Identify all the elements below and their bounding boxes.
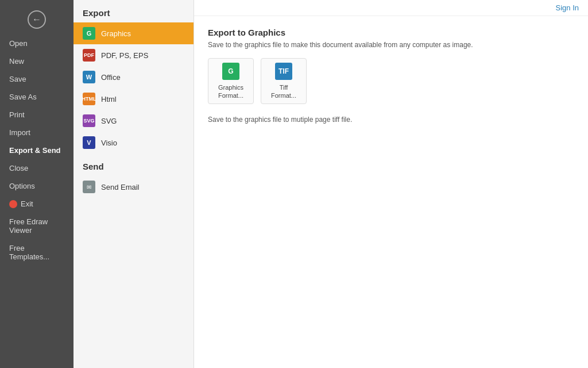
send-email-icon: ✉ bbox=[83, 181, 95, 193]
pdf-icon: PDF bbox=[83, 49, 95, 62]
send-section-title: Send bbox=[74, 154, 194, 176]
sidebar-item-label: Save bbox=[9, 75, 26, 83]
main-content: Sign In Export to Graphics Save to the g… bbox=[194, 0, 588, 368]
sidebar-item-label: Export & Send bbox=[9, 146, 61, 155]
sidebar-item-export-send[interactable]: Export & Send bbox=[0, 141, 74, 159]
sign-in-link[interactable]: Sign In bbox=[556, 3, 579, 12]
html-icon: HTML bbox=[83, 93, 95, 105]
content-title: Export to Graphics bbox=[208, 28, 574, 37]
tiff-format-label: Tiff Format... bbox=[271, 83, 296, 100]
sidebar-item-open[interactable]: Open bbox=[0, 34, 74, 52]
graphics-label: Graphics bbox=[101, 29, 131, 38]
export-panel: Export GGraphicsPDFPDF, PS, EPSWOfficeHT… bbox=[74, 0, 194, 368]
sidebar-item-label: Open bbox=[9, 39, 28, 48]
sidebar-item-free-templates[interactable]: Free Templates... bbox=[0, 239, 74, 266]
exit-icon bbox=[9, 200, 17, 208]
sidebar-item-label: Free Edraw Viewer bbox=[9, 217, 48, 235]
export-section-title: Export bbox=[74, 0, 194, 22]
sidebar-item-save-as[interactable]: Save As bbox=[0, 88, 74, 106]
export-item-office[interactable]: WOffice bbox=[74, 66, 194, 88]
sidebar-item-new[interactable]: New bbox=[0, 52, 74, 70]
sidebar-item-close[interactable]: Close bbox=[0, 159, 74, 177]
sidebar-item-label: Free Templates... bbox=[9, 244, 49, 261]
sidebar: ← OpenNewSaveSave AsPrintImportExport & … bbox=[0, 0, 74, 368]
sidebar-item-label: New bbox=[9, 57, 24, 66]
sidebar-item-free-edraw[interactable]: Free Edraw Viewer bbox=[0, 213, 74, 239]
format-card-graphics-format[interactable]: GGraphics Format... bbox=[208, 58, 254, 104]
content-desc2: Save to the graphics file to mutiple pag… bbox=[208, 116, 574, 124]
sidebar-item-label: Options bbox=[9, 182, 35, 190]
sidebar-item-save[interactable]: Save bbox=[0, 70, 74, 88]
export-item-graphics[interactable]: GGraphics bbox=[74, 22, 194, 44]
export-item-visio[interactable]: VVisio bbox=[74, 132, 194, 154]
send-email-label: Send Email bbox=[101, 183, 139, 191]
sidebar-item-print[interactable]: Print bbox=[0, 106, 74, 124]
sidebar-item-label: Import bbox=[9, 128, 30, 137]
sidebar-item-import[interactable]: Import bbox=[0, 124, 74, 141]
content-desc1: Save to the graphics file to make this d… bbox=[208, 41, 574, 49]
tiff-format-icon: TIF bbox=[275, 63, 292, 80]
sidebar-item-label: Print bbox=[9, 110, 25, 119]
svg-icon: SVG bbox=[83, 114, 95, 127]
send-item-send-email[interactable]: ✉Send Email bbox=[74, 176, 194, 198]
format-cards: GGraphics Format...TIFTiff Format... bbox=[208, 58, 574, 104]
export-item-html[interactable]: HTMLHtml bbox=[74, 88, 194, 110]
content-body: Export to Graphics Save to the graphics … bbox=[194, 16, 588, 144]
html-label: Html bbox=[101, 95, 117, 103]
graphics-format-icon: G bbox=[222, 63, 239, 80]
sidebar-item-label: Close bbox=[9, 164, 28, 172]
back-button[interactable]: ← bbox=[0, 5, 74, 34]
visio-icon: V bbox=[83, 136, 95, 149]
back-circle-icon: ← bbox=[28, 10, 46, 29]
graphics-format-label: Graphics Format... bbox=[218, 83, 243, 100]
office-icon: W bbox=[83, 71, 95, 83]
sidebar-item-options[interactable]: Options bbox=[0, 177, 74, 195]
graphics-icon: G bbox=[83, 27, 95, 40]
svg-label: SVG bbox=[101, 117, 117, 125]
office-label: Office bbox=[101, 73, 121, 82]
pdf-label: PDF, PS, EPS bbox=[101, 51, 148, 60]
sidebar-item-label: Exit bbox=[21, 200, 33, 208]
sidebar-item-exit[interactable]: Exit bbox=[0, 195, 74, 213]
export-item-pdf[interactable]: PDFPDF, PS, EPS bbox=[74, 44, 194, 66]
format-card-tiff-format[interactable]: TIFTiff Format... bbox=[261, 58, 307, 104]
top-bar: Sign In bbox=[194, 0, 588, 16]
visio-label: Visio bbox=[101, 139, 117, 147]
sidebar-item-label: Save As bbox=[9, 93, 37, 101]
export-item-svg[interactable]: SVGSVG bbox=[74, 110, 194, 132]
